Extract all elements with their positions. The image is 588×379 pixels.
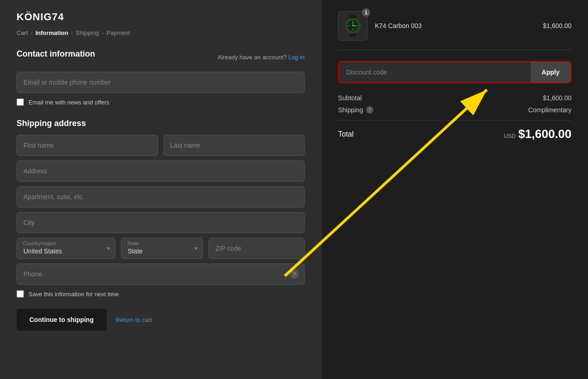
country-select[interactable]: United States — [17, 238, 115, 259]
name-row — [17, 135, 305, 156]
shipping-row: Shipping ? Complimentary — [338, 106, 571, 114]
phone-row: ? — [17, 264, 305, 285]
right-panel: 1 — [322, 0, 588, 379]
shipping-value: Complimentary — [528, 106, 571, 114]
contact-section-title: Contact information — [17, 49, 95, 59]
total-amount: $1,600.00 — [518, 127, 571, 141]
product-name: K74 Carbon 003 — [375, 22, 536, 29]
login-prompt: Already have an account? Log in — [218, 54, 305, 61]
contact-header: Contact information Already have an acco… — [17, 49, 305, 65]
total-amount-wrapper: USD $1,600.00 — [504, 127, 571, 141]
breadcrumb-payment: Payment — [107, 29, 130, 36]
apartment-input[interactable] — [17, 186, 305, 207]
email-row — [17, 72, 305, 93]
breadcrumb-sep-3: › — [102, 29, 103, 36]
address-row — [17, 161, 305, 182]
newsletter-row: Email me with news and offers — [17, 98, 305, 106]
product-badge: 1 — [362, 8, 370, 17]
total-row: Total USD $1,600.00 — [338, 127, 571, 141]
summary-divider — [338, 120, 571, 121]
email-input[interactable] — [17, 72, 305, 93]
return-cart-link[interactable]: Return to cart — [116, 316, 152, 323]
product-price: $1,600.00 — [543, 22, 571, 29]
save-checkbox[interactable] — [17, 290, 24, 298]
product-row: 1 — [338, 11, 571, 50]
newsletter-checkbox[interactable] — [17, 98, 24, 106]
zip-input[interactable] — [209, 238, 305, 259]
breadcrumb-information: Information — [35, 29, 68, 36]
shipping-address-section: Shipping address Country/region United S… — [17, 119, 305, 285]
state-select[interactable]: State — [121, 238, 203, 259]
svg-rect-11 — [359, 25, 361, 27]
continue-button[interactable]: Continue to shipping — [17, 309, 107, 331]
location-row: Country/region United States ▾ State Sta… — [17, 238, 305, 259]
already-account-text: Already have an account? — [218, 54, 287, 61]
total-currency: USD — [504, 133, 515, 139]
shipping-section-title: Shipping address — [17, 119, 305, 128]
subtotal-value: $1,600.00 — [543, 94, 571, 102]
log-in-link[interactable]: Log in — [288, 54, 305, 61]
apartment-row — [17, 186, 305, 207]
discount-section: Apply — [338, 61, 571, 83]
address-input[interactable] — [17, 161, 305, 182]
newsletter-label: Email me with news and offers — [28, 99, 109, 106]
country-wrapper: Country/region United States ▾ — [17, 238, 115, 259]
watch-icon — [341, 14, 365, 38]
state-wrapper: State State ▾ — [121, 238, 203, 259]
total-label: Total — [338, 130, 354, 138]
save-row: Save this information for next time — [17, 290, 305, 298]
shipping-label-wrapper: Shipping ? — [338, 106, 373, 114]
breadcrumb: Cart › Information › Shipping › Payment — [17, 29, 305, 36]
subtotal-label: Subtotal — [338, 94, 362, 102]
phone-input[interactable] — [17, 264, 305, 285]
subtotal-row: Subtotal $1,600.00 — [338, 94, 571, 102]
city-row — [17, 212, 305, 233]
breadcrumb-cart[interactable]: Cart — [17, 29, 28, 36]
button-row: Continue to shipping Return to cart — [17, 309, 305, 331]
save-label: Save this information for next time — [28, 291, 119, 298]
discount-input[interactable] — [339, 62, 531, 82]
breadcrumb-sep-2: › — [71, 29, 73, 36]
apply-button[interactable]: Apply — [531, 62, 571, 82]
breadcrumb-shipping: Shipping — [76, 29, 99, 36]
shipping-label: Shipping — [338, 106, 363, 114]
shipping-help-icon[interactable]: ? — [366, 106, 373, 114]
phone-help-icon[interactable]: ? — [290, 270, 299, 279]
discount-row: Apply — [338, 61, 571, 83]
city-input[interactable] — [17, 212, 305, 233]
store-title: KÖNIG74 — [17, 11, 305, 23]
last-name-input[interactable] — [164, 135, 305, 156]
product-image-wrapper: 1 — [338, 11, 368, 40]
first-name-input[interactable] — [17, 135, 158, 156]
left-panel: KÖNIG74 Cart › Information › Shipping › … — [0, 0, 322, 379]
breadcrumb-sep-1: › — [31, 29, 33, 36]
